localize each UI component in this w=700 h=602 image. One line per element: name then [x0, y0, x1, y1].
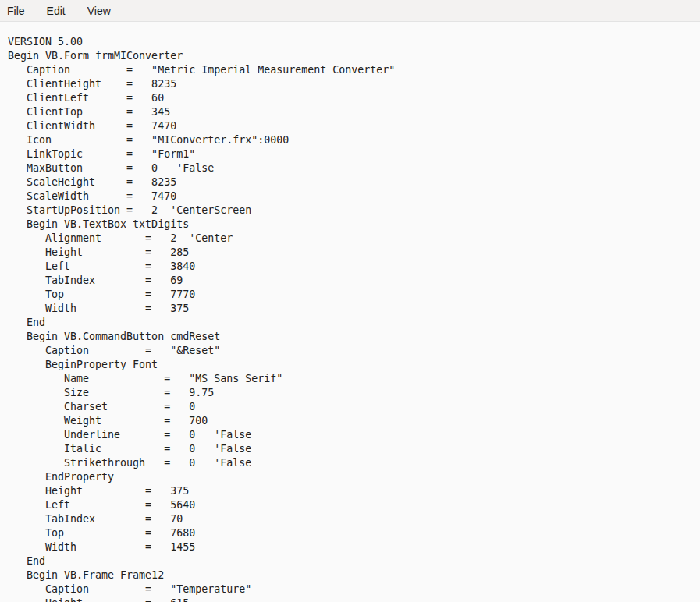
code-line: Height = 615: [8, 597, 700, 602]
code-line: ClientHeight = 8235: [8, 77, 700, 91]
code-line: Begin VB.Frame Frame12: [8, 568, 700, 583]
menu-bar: File Edit View: [0, 0, 700, 22]
text-editor-area[interactable]: VERSION 5.00Begin VB.Form frmMIConverter…: [0, 22, 700, 602]
code-line: MaxButton = 0 'False: [8, 161, 700, 175]
code-line: End: [8, 316, 700, 330]
code-line: Alignment = 2 'Center: [8, 232, 700, 246]
code-line: Top = 7770: [8, 288, 700, 302]
code-line: Width = 1455: [8, 540, 700, 554]
code-line: Italic = 0 'False: [8, 442, 700, 456]
menu-item-file[interactable]: File: [0, 1, 32, 21]
code-line: Weight = 700: [8, 414, 700, 428]
code-line: ClientTop = 345: [8, 105, 700, 119]
code-line: End: [8, 554, 700, 568]
code-line: Begin VB.TextBox txtDigits: [8, 218, 700, 232]
notepad-window: File Edit View VERSION 5.00Begin VB.Form…: [0, 0, 700, 602]
code-line: ScaleWidth = 7470: [8, 189, 700, 204]
code-line: Strikethrough = 0 'False: [8, 456, 700, 470]
code-line: TabIndex = 70: [8, 512, 700, 526]
code-line: StartUpPosition = 2 'CenterScreen: [8, 204, 700, 218]
code-line: Caption = "&Reset": [8, 344, 700, 358]
code-line: Begin VB.CommandButton cmdReset: [8, 330, 700, 344]
code-line: Name = "MS Sans Serif": [8, 372, 700, 386]
code-line: Width = 375: [8, 302, 700, 316]
code-line: TabIndex = 69: [8, 274, 700, 288]
code-line: ClientWidth = 7470: [8, 119, 700, 133]
code-line: BeginProperty Font: [8, 358, 700, 372]
code-line: Height = 285: [8, 246, 700, 260]
code-line: Charset = 0: [8, 400, 700, 414]
code-line: EndProperty: [8, 470, 700, 484]
menu-item-edit[interactable]: Edit: [40, 1, 73, 21]
code-line: Size = 9.75: [8, 386, 700, 400]
code-line: LinkTopic = "Form1": [8, 147, 700, 161]
code-line: Underline = 0 'False: [8, 428, 700, 442]
code-line: Left = 5640: [8, 498, 700, 512]
code-line: Height = 375: [8, 484, 700, 498]
code-line: Caption = "Metric Imperial Measurement C…: [8, 63, 700, 77]
code-line: Caption = "Temperature": [8, 583, 700, 597]
code-line: ScaleHeight = 8235: [8, 175, 700, 189]
code-line: VERSION 5.00: [8, 35, 700, 49]
code-line: Icon = "MIConverter.frx":0000: [8, 133, 700, 147]
code-line: Left = 3840: [8, 260, 700, 274]
code-line: Top = 7680: [8, 526, 700, 540]
menu-item-view[interactable]: View: [80, 1, 118, 21]
code-line: Begin VB.Form frmMIConverter: [8, 49, 700, 63]
code-line: ClientLeft = 60: [8, 91, 700, 105]
